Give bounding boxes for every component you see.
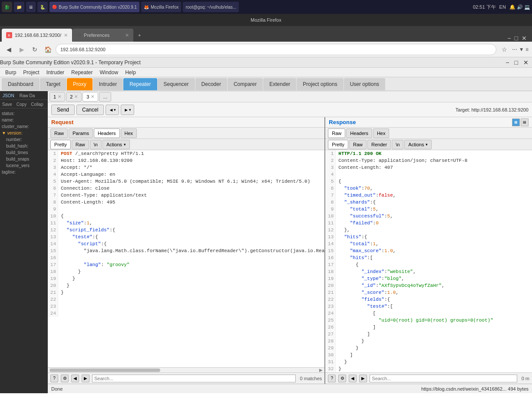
tab-repeater[interactable]: Repeater <box>123 78 157 90</box>
resp-help-icon[interactable]: ? <box>328 375 336 382</box>
req-back-icon[interactable]: ◀ <box>71 375 79 382</box>
minimize-icon[interactable]: − <box>507 35 511 42</box>
save-btn-left[interactable]: Save <box>0 101 14 108</box>
repeater-tab-2[interactable]: 2 ✕ <box>66 92 82 102</box>
resp-back-icon[interactable]: ◀ <box>349 375 357 382</box>
repeater-tab-more[interactable]: ... <box>99 92 111 102</box>
resp-view-render[interactable]: Render <box>367 140 391 149</box>
tab-target[interactable]: Target <box>40 78 66 90</box>
address-bar[interactable]: 192.168.68.132:9200 <box>56 44 496 55</box>
tab-project-options[interactable]: Project options <box>297 78 343 90</box>
forward-arrow-btn[interactable]: ► ▾ <box>121 105 134 115</box>
burp-minimize-icon[interactable]: − <box>506 59 509 66</box>
req-tab-raw[interactable]: Raw <box>50 128 68 138</box>
resp-view-ln[interactable]: \n <box>392 140 403 149</box>
tab-proxy[interactable]: Proxy <box>67 78 93 90</box>
repeater-tab-3-close[interactable]: ✕ <box>91 94 94 99</box>
request-code-editor[interactable]: 1 POST /_search?pretty HTTP/1.1 2 Host: … <box>48 150 324 367</box>
repeater-tab-1[interactable]: 1 ✕ <box>50 92 65 102</box>
back-arrow-btn[interactable]: ◄ ▾ <box>106 105 119 115</box>
repeater-tab-3[interactable]: 3 ✕ <box>83 92 98 102</box>
response-search-input[interactable] <box>370 375 517 382</box>
resp-tab-hex[interactable]: Hex <box>373 128 390 138</box>
taskbar-terminal[interactable]: 🖥 <box>26 2 36 12</box>
browser-tab-pref[interactable]: ⚙ Preferences ✕ <box>73 29 133 42</box>
grid-btn-2[interactable]: ▤ <box>521 118 529 126</box>
browser-more[interactable]: ⋯ ▼ ≡ <box>512 46 529 53</box>
req-line-23: 23 <box>48 303 324 310</box>
rawda-tab[interactable]: Raw Da <box>17 92 38 99</box>
actions-arrow-req: ▾ <box>124 142 126 147</box>
maximize-icon[interactable]: □ <box>515 35 518 42</box>
tabs-spacer <box>147 29 503 42</box>
req-line-19: 19 } <box>48 275 324 282</box>
request-scrollbar-thumb[interactable] <box>50 368 160 372</box>
resp-settings-icon[interactable]: ⚙ <box>338 375 346 382</box>
req-view-ln[interactable]: \n <box>90 140 102 149</box>
menu-burp[interactable]: Burp <box>2 68 20 77</box>
menu-window[interactable]: Window <box>96 68 122 77</box>
cancel-button[interactable]: Cancel <box>76 105 104 115</box>
taskbar-firefox[interactable]: 🦊 Mozilla Firefox <box>141 2 181 12</box>
req-help-icon[interactable]: ? <box>50 375 58 382</box>
menu-project[interactable]: Project <box>20 68 43 77</box>
req-settings-icon[interactable]: ⚙ <box>61 375 69 382</box>
collapse-btn-left[interactable]: Collap <box>29 101 45 108</box>
tab-decoder[interactable]: Decoder <box>195 78 227 90</box>
address-text: 192.168.68.132:9200 <box>60 47 106 52</box>
version-item[interactable]: ▼ version: <box>0 130 48 136</box>
resp-view-raw[interactable]: Raw <box>349 140 367 149</box>
bookmark-button[interactable]: ☆ <box>499 44 509 55</box>
build-hash-item: build_hash: <box>0 143 48 149</box>
json-tab[interactable]: JSON <box>0 92 17 99</box>
resp-tab-raw[interactable]: Raw <box>328 128 345 138</box>
copy-btn-left[interactable]: Copy <box>14 101 29 108</box>
tab-dashboard[interactable]: Dashboard <box>2 78 40 90</box>
tab-comparer[interactable]: Comparer <box>228 78 263 90</box>
tab-sequencer[interactable]: Sequencer <box>158 78 195 90</box>
burp-close-icon[interactable]: ✕ <box>523 59 529 66</box>
menu-help[interactable]: Help <box>122 68 139 77</box>
resp-view-actions[interactable]: Actions ▾ <box>404 140 432 149</box>
resp-tab-headers[interactable]: Headers <box>346 128 372 138</box>
repeater-tab-1-close[interactable]: ✕ <box>58 94 61 99</box>
req-tab-hex[interactable]: Hex <box>121 128 137 138</box>
taskbar-files[interactable]: 📁 <box>14 2 24 12</box>
kali-icon[interactable]: 🐉 <box>2 2 12 12</box>
send-button[interactable]: Send <box>51 105 75 115</box>
close-window-icon[interactable]: ✕ <box>522 35 527 42</box>
tab-extender[interactable]: Extender <box>263 78 296 90</box>
response-code-editor[interactable]: 1 HTTP/1.1 200 OK 2 Content-Type: applic… <box>325 150 532 372</box>
repeater-tab-2-close[interactable]: ✕ <box>74 94 78 99</box>
forward-button[interactable]: ▶ <box>17 44 27 55</box>
taskbar-burp[interactable]: 🔴 Burp Suite Community Edition v2020.9.1… <box>50 2 139 12</box>
resp-view-pretty[interactable]: Pretty <box>328 140 348 149</box>
req-tab-headers[interactable]: Headers <box>94 128 120 138</box>
req-view-raw[interactable]: Raw <box>72 140 89 149</box>
resp-line-13: 13 "hits":{ <box>325 234 532 240</box>
req-view-actions[interactable]: Actions ▾ <box>102 140 130 149</box>
burp-maximize-icon[interactable]: □ <box>515 59 518 66</box>
menu-repeater[interactable]: Repeater <box>68 68 96 77</box>
resp-line-5: 5 { <box>325 178 532 185</box>
tab-pref-close[interactable]: ✕ <box>125 33 129 38</box>
request-scroll-right[interactable]: ▶ <box>319 368 323 372</box>
taskbar-terminal2[interactable]: root@gsq: ~/vulhub/elas... <box>183 2 239 12</box>
back-button[interactable]: ◀ <box>3 44 14 55</box>
req-view-pretty[interactable]: Pretty <box>50 140 71 149</box>
reload-button[interactable]: ↻ <box>30 44 40 55</box>
req-forward-icon[interactable]: ▶ <box>82 375 89 382</box>
new-tab-button[interactable]: + <box>134 29 147 42</box>
tab-user-options[interactable]: User options <box>344 78 385 90</box>
request-scrollbar-h[interactable]: ▶ <box>48 367 324 372</box>
home-button[interactable]: 🏠 <box>43 44 53 55</box>
req-tab-params[interactable]: Params <box>69 128 93 138</box>
taskbar-python[interactable]: 🐍 <box>37 2 48 12</box>
browser-tab-main[interactable]: B 192.168.68.132:9200/ ✕ <box>2 29 72 42</box>
grid-btn-1[interactable]: ▦ <box>512 118 520 126</box>
tab-intruder[interactable]: Intruder <box>93 78 123 90</box>
tab-main-close[interactable]: ✕ <box>64 33 68 38</box>
resp-forward-icon[interactable]: ▶ <box>359 375 367 382</box>
menu-intruder[interactable]: Intruder <box>43 68 68 77</box>
request-search-input[interactable] <box>92 375 296 382</box>
